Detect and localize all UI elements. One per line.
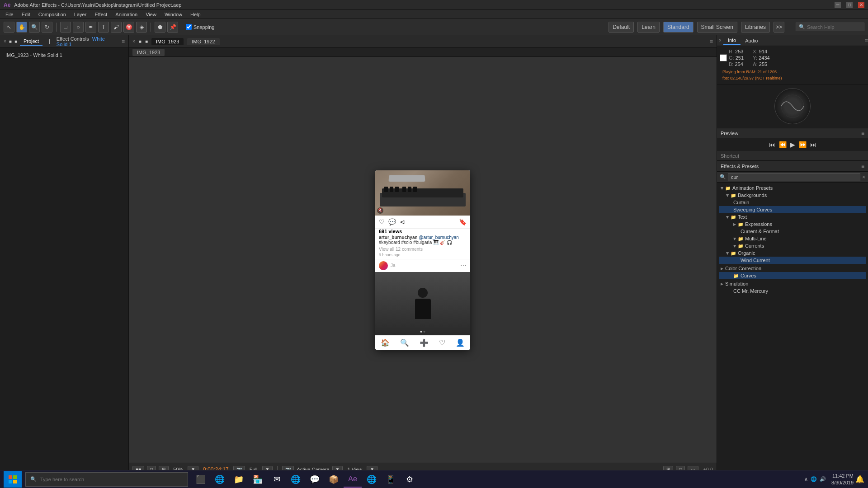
minimize-button[interactable]: ─ (835, 2, 841, 8)
hand-tool[interactable]: ✋ (16, 22, 27, 33)
whatsapp-btn[interactable]: 📦 (325, 471, 343, 488)
skip-end-btn[interactable]: ⏭ (810, 141, 816, 148)
menu-effect[interactable]: Effect (91, 11, 111, 18)
info-tab[interactable]: Info (723, 37, 741, 45)
info-panel-menu[interactable]: ≡ (865, 38, 868, 44)
multi-line-item[interactable]: ▶ 📁 Multi-Line (719, 235, 866, 242)
text-tool[interactable]: T (98, 22, 109, 33)
curves-item[interactable]: 📁 Curves (719, 272, 866, 279)
mail-btn[interactable]: ✉ (268, 471, 286, 488)
cc-mercury-item[interactable]: CC Mr. Mercury (719, 287, 866, 295)
taskbar-search-input[interactable] (40, 477, 183, 482)
effect-controls-tab[interactable]: Effect Controls White Solid 1 (53, 35, 119, 48)
skip-start-btn[interactable]: ⏮ (769, 141, 775, 148)
notification-btn[interactable]: 🔔 (855, 475, 864, 483)
taskview-btn[interactable]: ⬛ (192, 471, 210, 488)
backgrounds-folder[interactable]: ▶ 📁 Backgrounds (719, 192, 866, 199)
ig-handle[interactable]: @artur_burnuchyan (419, 235, 459, 240)
comp-panel-menu[interactable]: ≡ (710, 38, 713, 45)
telegram-btn[interactable]: 💬 (306, 471, 324, 488)
default-workspace-btn[interactable]: Default (609, 22, 634, 33)
audio-tab[interactable]: Audio (741, 37, 762, 44)
tray-network[interactable]: 🌐 (811, 476, 817, 482)
menu-window[interactable]: Window (161, 11, 186, 18)
ellipse-tool[interactable]: ○ (73, 22, 84, 33)
effects-menu-btn[interactable]: ≡ (861, 163, 864, 169)
maximize-button[interactable]: □ (846, 2, 853, 8)
ae-btn active[interactable]: Ae (344, 471, 362, 488)
puppet-tool[interactable]: ◈ (136, 22, 147, 33)
brush-tool[interactable]: 🖌 (111, 22, 122, 33)
project-tab[interactable]: Project (20, 38, 42, 46)
menu-edit[interactable]: Edit (18, 11, 34, 18)
ig-more-icon[interactable]: ⋯ (460, 262, 467, 269)
menu-layer[interactable]: Layer (71, 11, 90, 18)
preview-menu[interactable]: ≡ (861, 130, 864, 136)
explorer-btn[interactable]: 📁 (230, 471, 248, 488)
current-format-item[interactable]: Current & Format (719, 228, 866, 235)
effects-search-input[interactable] (728, 173, 860, 181)
color-correction-header[interactable]: ▶ Color Correction (719, 265, 866, 272)
currents-item[interactable]: ▶ 📁 Currents (719, 242, 866, 249)
menu-composition[interactable]: Composition (35, 11, 70, 18)
pen-tool[interactable]: ✒ (85, 22, 96, 33)
expressions-item[interactable]: ▶ 📁 Expressions (719, 221, 866, 228)
ig-bookmark-icon[interactable]: 🔖 (459, 218, 467, 225)
comp-tab-1922[interactable]: IMG_1922 (187, 38, 219, 45)
curtain-item[interactable]: Curtain (719, 199, 866, 206)
play-btn[interactable]: ▶ (790, 141, 795, 148)
ig-heart-icon[interactable]: ♡ (379, 218, 385, 225)
prev-frame-btn[interactable]: ⏪ (779, 141, 787, 148)
text-folder[interactable]: ▶ 📁 Text (719, 213, 866, 221)
ig-home-icon[interactable]: 🏠 (381, 338, 390, 347)
ig-username[interactable]: artur_burnuchyan (379, 235, 418, 240)
breadcrumb[interactable]: IMG_1923 (132, 49, 165, 56)
start-button[interactable] (4, 471, 22, 488)
close-button[interactable]: ✕ (858, 2, 864, 8)
selection-tool[interactable]: ↖ (4, 22, 14, 33)
menu-file[interactable]: File (2, 11, 17, 18)
browser2-btn[interactable]: 🌐 (363, 471, 381, 488)
animation-presets-header[interactable]: ▶ 📁 Animation Presets (719, 184, 866, 192)
ig-add-icon[interactable]: ➕ (420, 338, 429, 347)
learn-btn[interactable]: Learn (637, 22, 660, 33)
store-btn[interactable]: 🏪 (249, 471, 267, 488)
rotate-tool[interactable]: ↻ (42, 22, 52, 33)
sweeping-curves-item[interactable]: Sweeping Curves (719, 206, 866, 213)
ig-search-nav-icon[interactable]: 🔍 (400, 338, 409, 347)
phone-btn[interactable]: 📱 (382, 471, 400, 488)
ig-heart-nav-icon[interactable]: ♡ (439, 338, 445, 347)
edge-btn[interactable]: 🌐 (211, 471, 229, 488)
clone-tool[interactable]: ♈ (123, 22, 134, 33)
taskbar-clock[interactable]: 11:42 PM 8/30/2019 (831, 473, 854, 486)
small-screen-btn[interactable]: Small Screen (697, 22, 737, 33)
effects-clear-btn[interactable]: × (862, 174, 865, 180)
taskbar-search[interactable]: 🔍 (25, 472, 188, 487)
menu-view[interactable]: View (142, 11, 160, 18)
tray-expand[interactable]: ∧ (804, 476, 808, 482)
wind-current-item[interactable]: Wind Current (719, 257, 866, 264)
next-frame-btn[interactable]: ⏩ (799, 141, 807, 148)
pin-tool[interactable]: 📌 (167, 22, 178, 33)
settings-btn[interactable]: ⚙ (401, 471, 419, 488)
expand-workspace-btn[interactable]: >> (774, 22, 784, 33)
ig-view-comments[interactable]: View all 12 comments (375, 247, 470, 253)
rect-tool[interactable]: □ (60, 22, 71, 33)
panel-menu-btn[interactable]: ≡ (122, 38, 125, 45)
ig-comment-icon[interactable]: 💬 (388, 218, 396, 225)
tray-volume[interactable]: 🔊 (820, 476, 826, 482)
libraries-btn[interactable]: Libraries (741, 22, 770, 33)
chrome-btn[interactable]: 🌐 (287, 471, 305, 488)
menu-animation[interactable]: Animation (112, 11, 141, 18)
organic-folder[interactable]: ▶ 📁 Organic (719, 249, 866, 257)
standard-btn[interactable]: Standard (663, 22, 693, 33)
ig-profile-icon[interactable]: 👤 (456, 338, 465, 347)
menu-help[interactable]: Help (187, 11, 204, 18)
comp-tab-1923[interactable]: IMG_1923 (151, 38, 184, 45)
simulation-header[interactable]: ▶ Simulation (719, 280, 866, 287)
snapping-checkbox[interactable] (186, 24, 192, 30)
zoom-tool[interactable]: 🔍 (29, 22, 40, 33)
ig-share-icon[interactable]: ⊲ (400, 218, 405, 225)
shape-tool[interactable]: ⬟ (155, 22, 165, 33)
search-help-input[interactable] (807, 24, 861, 30)
